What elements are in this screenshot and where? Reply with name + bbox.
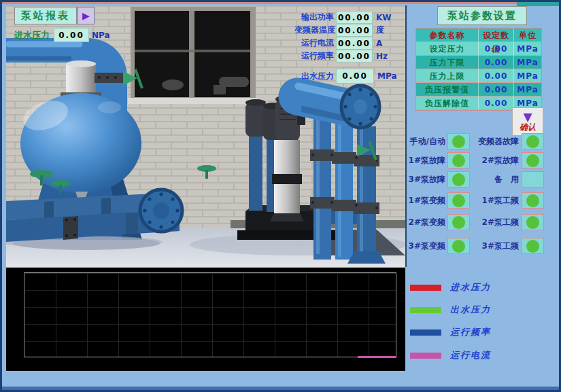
status-indicator-pump1-fault: [447, 152, 470, 168]
legend-item: 运行频率: [410, 327, 491, 338]
param-name: 压力上限: [416, 69, 479, 83]
indicator-dot: [526, 240, 539, 253]
indicator-dot: [526, 216, 539, 229]
indicator-dot: [526, 154, 539, 167]
trend-chart: [6, 268, 405, 371]
legend-label: 运行频率: [450, 326, 491, 338]
param-setpoint[interactable]: 0.00: [479, 83, 514, 96]
param-setpoint[interactable]: 0.00: [479, 69, 514, 83]
param-unit: MPa: [514, 69, 541, 83]
status-label: 3#泵故障: [407, 174, 445, 185]
readout-unit: Hz: [376, 52, 388, 61]
status-indicator-pump2-fault: [522, 152, 544, 168]
readout-value: 00.00: [336, 50, 373, 63]
status-label: 1#泵工频: [470, 195, 519, 207]
settings-panel-title: 泵站参数设置: [437, 6, 527, 25]
legend-item: 运行电流: [410, 350, 491, 361]
readout-value: 00.00: [336, 11, 373, 24]
param-setpoint[interactable]: 0.00: [479, 56, 514, 69]
param-unit: MPa: [514, 56, 541, 69]
status-label: 变频器故障: [470, 136, 519, 147]
outlet-pressure-unit: MPa: [377, 71, 397, 81]
status-label: 3#泵工频: [470, 240, 519, 252]
col-header-unit: 单位: [514, 29, 541, 42]
report-button[interactable]: 泵站报表: [14, 7, 77, 24]
outlet-pressure-row: 出水压力 0.00 MPa: [294, 69, 397, 84]
status-label: 备 用: [470, 174, 519, 185]
param-setpoint[interactable]: 0.00: [479, 96, 514, 110]
param-name: 负压报警值: [416, 83, 479, 96]
table-row: 压力下限 0.00 MPa: [416, 56, 541, 69]
indicator-dot: [452, 240, 465, 253]
status-indicator-manual-auto: [447, 133, 470, 149]
status-label: 1#泵故障: [407, 155, 445, 166]
legend-item: 出水压力: [410, 304, 491, 315]
status-label: 3#泵变频: [407, 240, 445, 252]
inlet-pressure-label: 进水压力: [14, 29, 50, 41]
indicator-dot: [452, 135, 465, 148]
col-header-value: 设定数值: [479, 29, 514, 42]
status-label: 2#泵变频: [407, 217, 445, 228]
readout-row: 变频器温度 00.00 度: [294, 24, 384, 37]
legend-label: 运行电流: [450, 349, 491, 361]
confirm-triangle-icon: ▼: [523, 112, 532, 122]
legend-swatch-run-current: [410, 353, 441, 359]
legend-swatch-outlet-pressure: [410, 307, 441, 313]
readout-label: 运行频率: [294, 50, 334, 62]
status-label: 2#泵工频: [470, 217, 519, 228]
bottom-frame-strip: [2, 387, 559, 390]
indicator-dot: [526, 135, 539, 148]
legend-swatch-inlet-pressure: [410, 285, 441, 291]
status-indicator-pump2-mains: [522, 214, 544, 230]
legend-label: 进水压力: [450, 281, 491, 293]
readout-unit: 度: [376, 24, 384, 36]
confirm-label: 确认: [520, 122, 536, 132]
current-trace-line: [358, 356, 396, 358]
readout-unit: KW: [376, 13, 392, 22]
readout-row: 运行电流 00.00 A: [294, 37, 382, 50]
indicator-dot: [452, 173, 465, 186]
readout-label: 输出功率: [294, 12, 334, 23]
col-header-name: 参数名称: [416, 29, 479, 42]
indicator-dot: [526, 194, 539, 207]
status-indicator-spare: [522, 171, 544, 188]
app-window: 泵站报表 ▶ 进水压力 0.00 NPa 输出功率 00.00 KW 变频器温度…: [0, 0, 561, 392]
status-indicator-pump3-mains: [522, 238, 544, 254]
status-label: 手动/自动: [407, 136, 445, 147]
param-unit: MPa: [514, 42, 541, 56]
inlet-pressure-value: 0.00: [54, 28, 89, 42]
pump-station-3d-scene: 泵站报表 ▶ 进水压力 0.00 NPa 输出功率 00.00 KW 变频器温度…: [6, 5, 407, 267]
indicator-dot: [452, 194, 465, 207]
readout-label: 变频器温度: [294, 24, 334, 36]
status-indicator-pump1-mains: [522, 192, 544, 209]
table-row: 设定压力 0.00 MPa: [416, 42, 541, 56]
window: [128, 7, 258, 104]
status-indicator-pump2-vfd: [447, 214, 470, 230]
readout-value: 00.00: [336, 24, 373, 37]
status-indicator-pump3-vfd: [447, 238, 470, 254]
vessel-top-cylinder: [66, 64, 96, 94]
parameter-table: 参数名称 设定数值 单位 设定压力 0.00 MPa 压力下限 0.00 MPa…: [415, 28, 542, 111]
indicator-dot: [452, 216, 465, 229]
inlet-pressure-unit: NPa: [92, 31, 110, 40]
readout-label: 运行电流: [294, 37, 334, 49]
top-accent-line: [2, 2, 517, 4]
outlet-pressure-label: 出水压力: [294, 71, 334, 82]
status-label: 1#泵变频: [407, 195, 445, 207]
readout-row: 输出功率 00.00 KW: [294, 11, 392, 24]
readout-row: 运行频率 00.00 Hz: [294, 50, 388, 63]
legend-label: 出水压力: [450, 304, 491, 316]
outlet-pressure-value: 0.00: [336, 69, 374, 84]
status-indicator-vfd-fault: [522, 133, 544, 149]
readout-value: 00.00: [336, 37, 373, 50]
param-unit: MPa: [514, 83, 541, 96]
status-indicator-pump3-fault: [447, 171, 470, 188]
trend-plot-area: [24, 272, 396, 357]
table-row: 压力上限 0.00 MPa: [416, 69, 541, 83]
legend-swatch-run-frequency: [410, 329, 441, 336]
param-name: 设定压力: [416, 42, 479, 56]
confirm-button[interactable]: ▼ 确认: [512, 107, 543, 136]
param-name: 压力下限: [416, 56, 479, 69]
param-setpoint[interactable]: 0.00: [479, 42, 514, 56]
play-icon[interactable]: ▶: [78, 7, 95, 24]
